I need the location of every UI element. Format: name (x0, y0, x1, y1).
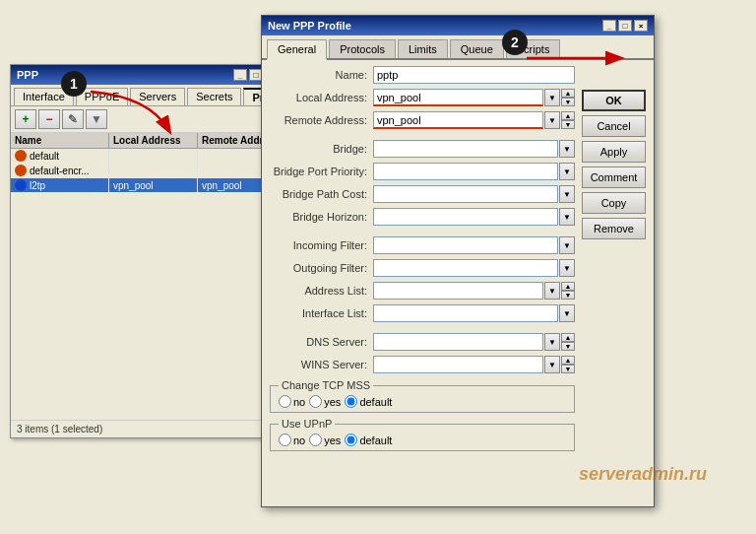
dialog-body: Name: Local Address: ▼ ▲ ▼ Remote Addres… (262, 60, 654, 462)
local-address-input[interactable] (373, 89, 543, 106)
tcp-mss-no-label: no (279, 395, 305, 408)
upnp-no-label: no (279, 434, 305, 446)
annotation-2: 2 (502, 30, 528, 55)
tab-protocols[interactable]: Protocols (329, 39, 396, 58)
bridge-path-cost-row: Bridge Path Cost: ▼ (270, 185, 575, 203)
tab-limits[interactable]: Limits (398, 39, 448, 58)
remove-btn[interactable]: − (38, 109, 60, 129)
address-list-down-btn[interactable]: ▼ (561, 291, 575, 300)
bridge-port-priority-input[interactable] (373, 163, 558, 180)
remote-address-down-btn[interactable]: ▼ (561, 120, 575, 129)
outgoing-filter-dropdown-btn[interactable]: ▼ (559, 259, 575, 277)
address-list-label: Address List: (270, 285, 373, 297)
bridge-input[interactable] (373, 140, 558, 158)
arrow-1-svg (71, 87, 189, 146)
copy-button[interactable]: Copy (582, 192, 646, 214)
address-list-dropdown-btn[interactable]: ▼ (544, 282, 560, 300)
local-address-up-btn[interactable]: ▲ (561, 89, 575, 98)
upnp-default-radio[interactable] (345, 434, 357, 446)
remote-address-dropdown-btn[interactable]: ▼ (544, 111, 560, 129)
upnp-no-radio[interactable] (279, 434, 291, 446)
address-list-input[interactable] (373, 282, 543, 300)
cancel-button[interactable]: Cancel (582, 115, 646, 137)
bridge-port-priority-dropdown-btn[interactable]: ▼ (559, 163, 575, 180)
wins-server-dropdown-btn[interactable]: ▼ (544, 356, 560, 373)
upnp-yes-radio[interactable] (309, 434, 322, 446)
add-btn[interactable]: + (15, 109, 36, 129)
table-row-selected[interactable]: l2tp vpn_pool vpn_pool (11, 178, 284, 193)
incoming-filter-row: Incoming Filter: ▼ (270, 236, 575, 254)
minimize-btn[interactable]: _ (233, 69, 247, 81)
bridge-horizon-container: ▼ (373, 208, 575, 226)
bridge-path-cost-input[interactable] (373, 185, 558, 203)
local-address-down-btn[interactable]: ▼ (561, 98, 575, 106)
upnp-group: Use UPnP no yes default (270, 418, 575, 451)
bridge-horizon-dropdown-btn[interactable]: ▼ (559, 208, 575, 226)
dialog-maximize-btn[interactable]: □ (618, 20, 632, 32)
row-local-default (109, 149, 198, 163)
outgoing-filter-input[interactable] (373, 259, 558, 277)
local-address-dropdown-btn[interactable]: ▼ (544, 89, 560, 106)
row-local-l2tp: vpn_pool (109, 178, 198, 192)
dns-server-input[interactable] (373, 333, 543, 351)
apply-button[interactable]: Apply (582, 141, 646, 163)
ok-button[interactable]: OK (582, 90, 646, 111)
upnp-no-text: no (293, 434, 305, 446)
local-address-field-container: ▼ ▲ ▼ (373, 89, 575, 106)
ppp-titlebar: PPP _ □ × (11, 65, 284, 85)
wins-server-input[interactable] (373, 356, 543, 373)
tcp-mss-no-radio[interactable] (279, 395, 291, 408)
bridge-horizon-input[interactable] (373, 208, 558, 226)
outgoing-filter-container: ▼ (373, 259, 575, 277)
tab-secrets[interactable]: Secrets (187, 88, 241, 105)
upnp-legend: Use UPnP (279, 418, 335, 430)
bridge-path-cost-dropdown-btn[interactable]: ▼ (559, 185, 575, 203)
interface-list-input[interactable] (373, 304, 558, 322)
dns-server-dropdown-btn[interactable]: ▼ (544, 333, 560, 351)
row-local-default-encr (109, 164, 198, 177)
row-icon-l2tp (15, 179, 27, 191)
wins-server-spinners: ▲ ▼ (561, 356, 575, 373)
tab-queue[interactable]: Queue (450, 39, 504, 58)
remote-address-input[interactable] (373, 111, 543, 129)
ppp-table-body: default default-encr... l2tp vpn_pool vp… (11, 149, 284, 193)
address-list-container: ▼ ▲ ▼ (373, 282, 575, 300)
wins-server-label: WINS Server: (270, 359, 373, 370)
bridge-horizon-label: Bridge Horizon: (270, 211, 373, 223)
dialog-titlebar: New PPP Profile _ □ × (262, 16, 654, 35)
name-label: Name: (270, 69, 373, 81)
table-row[interactable]: default-encr... (11, 164, 284, 178)
wins-server-up-btn[interactable]: ▲ (561, 356, 575, 365)
outgoing-filter-row: Outgoing Filter: ▼ (270, 259, 575, 277)
comment-button[interactable]: Comment (582, 167, 646, 188)
address-list-up-btn[interactable]: ▲ (561, 282, 575, 291)
bridge-label: Bridge: (270, 143, 373, 155)
wins-server-container: ▼ ▲ ▼ (373, 356, 575, 373)
tcp-mss-no-text: no (293, 396, 305, 408)
tcp-mss-default-radio[interactable] (345, 395, 357, 408)
incoming-filter-dropdown-btn[interactable]: ▼ (559, 236, 575, 254)
interface-list-dropdown-btn[interactable]: ▼ (559, 304, 575, 322)
incoming-filter-input[interactable] (373, 236, 558, 254)
remote-address-label: Remote Address: (270, 114, 373, 126)
remove-button[interactable]: Remove (582, 218, 646, 239)
dialog-close-btn[interactable]: × (634, 20, 648, 32)
dns-server-down-btn[interactable]: ▼ (561, 342, 575, 351)
tcp-mss-yes-radio[interactable] (309, 395, 322, 408)
dialog-minimize-btn[interactable]: _ (602, 20, 616, 32)
dns-server-up-btn[interactable]: ▲ (561, 333, 575, 342)
ppp-status: 3 items (1 selected) (11, 420, 284, 437)
local-address-spinners: ▲ ▼ (561, 89, 575, 106)
upnp-default-text: default (359, 434, 392, 446)
wins-server-down-btn[interactable]: ▼ (561, 365, 575, 373)
local-address-row: Local Address: ▼ ▲ ▼ (270, 89, 575, 106)
remote-address-row: Remote Address: ▼ ▲ ▼ (270, 111, 575, 129)
tcp-mss-default-text: default (359, 396, 392, 408)
tcp-mss-legend: Change TCP MSS (279, 379, 373, 391)
bridge-dropdown-btn[interactable]: ▼ (559, 140, 575, 158)
incoming-filter-container: ▼ (373, 236, 575, 254)
table-row[interactable]: default (11, 149, 284, 164)
remote-address-up-btn[interactable]: ▲ (561, 111, 575, 120)
tab-general[interactable]: General (267, 39, 327, 60)
row-name-default-encr: default-encr... (30, 166, 90, 176)
